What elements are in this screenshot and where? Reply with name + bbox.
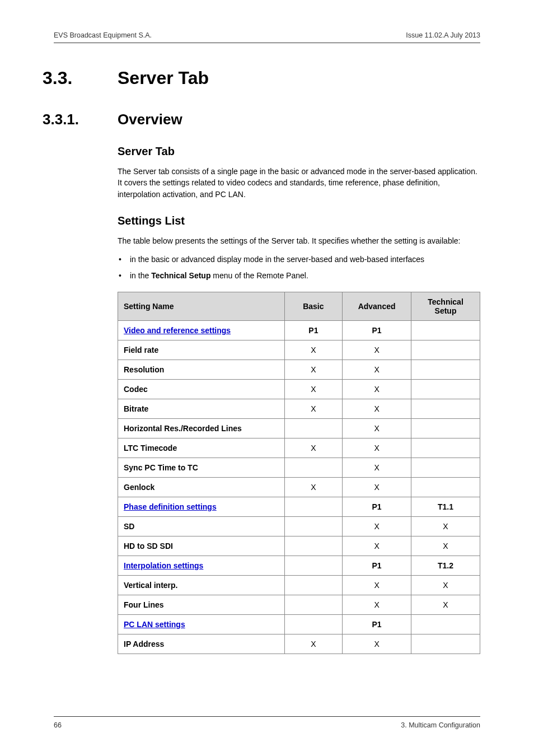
technical-setup-cell: X: [411, 536, 480, 556]
basic-cell: [284, 497, 343, 516]
setting-name-cell: SD: [118, 516, 285, 536]
advanced-cell: X: [343, 418, 411, 438]
basic-cell: [284, 458, 343, 477]
basic-cell: P1: [284, 320, 343, 340]
advanced-cell: X: [343, 379, 411, 399]
advanced-cell: X: [343, 438, 411, 458]
technical-setup-cell: [411, 320, 480, 340]
footer-section: 3. Multicam Configuration: [401, 721, 480, 729]
basic-cell: X: [284, 477, 343, 497]
h2-number: 3.3.1.: [43, 111, 118, 128]
setting-name-cell: Genlock: [118, 477, 285, 497]
table-row: HD to SD SDIXX: [118, 536, 480, 556]
basic-cell: X: [284, 634, 343, 654]
basic-cell: [284, 575, 343, 595]
basic-cell: X: [284, 360, 343, 379]
basic-cell: [284, 516, 343, 536]
footer-rule: [54, 716, 480, 717]
technical-setup-cell: T1.1: [411, 497, 480, 516]
bullet2-prefix: in the: [130, 271, 151, 280]
table-row: Sync PC Time to TCX: [118, 458, 480, 477]
advanced-cell: X: [343, 477, 411, 497]
section1-para: The Server tab consists of a single page…: [118, 166, 480, 200]
setting-name-cell: Sync PC Time to TC: [118, 458, 285, 477]
setting-name-cell: Bitrate: [118, 399, 285, 418]
advanced-cell: P1: [343, 320, 411, 340]
technical-setup-cell: [411, 340, 480, 360]
advanced-cell: P1: [343, 497, 411, 516]
table-row: CodecXX: [118, 379, 480, 399]
setting-name-cell: Phase definition settings: [118, 497, 285, 516]
basic-cell: [284, 418, 343, 438]
setting-link[interactable]: Interpolation settings: [124, 561, 203, 570]
setting-name-cell: LTC Timecode: [118, 438, 285, 458]
technical-setup-cell: T1.2: [411, 556, 480, 575]
technical-setup-cell: [411, 418, 480, 438]
header-right: Issue 11.02.A July 2013: [406, 31, 480, 39]
setting-link[interactable]: Phase definition settings: [124, 502, 217, 511]
basic-cell: [284, 614, 343, 634]
table-row: Vertical interp.XX: [118, 575, 480, 595]
section1-heading: Server Tab: [118, 145, 480, 158]
setting-name-cell: Horizontal Res./Recorded Lines: [118, 418, 285, 438]
setting-link[interactable]: Video and reference settings: [124, 326, 231, 335]
basic-cell: X: [284, 438, 343, 458]
setting-name-cell: Codec: [118, 379, 285, 399]
technical-setup-cell: X: [411, 595, 480, 614]
bullet2-bold: Technical Setup: [151, 271, 210, 280]
bullet2-suffix: menu of the Remote Panel.: [210, 271, 308, 280]
technical-setup-cell: [411, 458, 480, 477]
table-header: Technical Setup: [411, 292, 480, 320]
setting-name-cell: Vertical interp.: [118, 575, 285, 595]
h1-title: Server Tab: [118, 68, 209, 88]
advanced-cell: P1: [343, 614, 411, 634]
basic-cell: [284, 536, 343, 556]
table-header: Setting Name: [118, 292, 285, 320]
setting-name-cell: HD to SD SDI: [118, 536, 285, 556]
page-number: 66: [54, 721, 62, 729]
setting-name-cell: Interpolation settings: [118, 556, 285, 575]
advanced-cell: X: [343, 399, 411, 418]
advanced-cell: X: [343, 536, 411, 556]
table-row: LTC TimecodeXX: [118, 438, 480, 458]
header-rule: [54, 43, 480, 43]
table-row: IP AddressXX: [118, 634, 480, 654]
table-row: Phase definition settingsP1T1.1: [118, 497, 480, 516]
technical-setup-cell: [411, 438, 480, 458]
table-row: BitrateXX: [118, 399, 480, 418]
technical-setup-cell: X: [411, 575, 480, 595]
basic-cell: X: [284, 399, 343, 418]
section2-heading: Settings List: [118, 214, 480, 227]
bullet-item: in the basic or advanced display mode in…: [118, 253, 480, 265]
bullet-list: in the basic or advanced display mode in…: [118, 253, 480, 282]
bullet-item: in the Technical Setup menu of the Remot…: [118, 269, 480, 282]
setting-name-cell: Video and reference settings: [118, 320, 285, 340]
h1-number: 3.3.: [43, 68, 118, 88]
advanced-cell: P1: [343, 556, 411, 575]
advanced-cell: X: [343, 634, 411, 654]
table-row: Video and reference settingsP1P1: [118, 320, 480, 340]
basic-cell: X: [284, 379, 343, 399]
technical-setup-cell: X: [411, 516, 480, 536]
basic-cell: X: [284, 340, 343, 360]
advanced-cell: X: [343, 516, 411, 536]
table-row: Interpolation settingsP1T1.2: [118, 556, 480, 575]
advanced-cell: X: [343, 458, 411, 477]
basic-cell: [284, 595, 343, 614]
table-row: PC LAN settingsP1: [118, 614, 480, 634]
technical-setup-cell: [411, 399, 480, 418]
setting-name-cell: Four Lines: [118, 595, 285, 614]
setting-name-cell: PC LAN settings: [118, 614, 285, 634]
section2-para: The table below presents the settings of…: [118, 235, 480, 246]
setting-link[interactable]: PC LAN settings: [124, 620, 185, 629]
basic-cell: [284, 556, 343, 575]
technical-setup-cell: [411, 477, 480, 497]
setting-name-cell: IP Address: [118, 634, 285, 654]
technical-setup-cell: [411, 360, 480, 379]
advanced-cell: X: [343, 575, 411, 595]
h2-title: Overview: [118, 111, 182, 128]
header-left: EVS Broadcast Equipment S.A.: [54, 31, 152, 39]
setting-name-cell: Field rate: [118, 340, 285, 360]
table-row: GenlockXX: [118, 477, 480, 497]
setting-name-cell: Resolution: [118, 360, 285, 379]
